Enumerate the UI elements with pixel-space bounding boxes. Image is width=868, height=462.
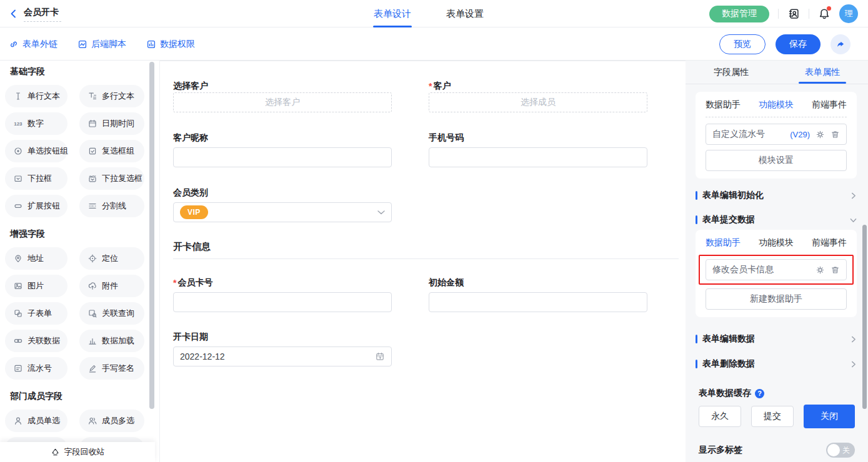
avatar[interactable]: 理 bbox=[839, 4, 858, 23]
sidebar-item-number[interactable]: 123数字 bbox=[5, 112, 67, 135]
chevron-right-icon bbox=[850, 336, 857, 343]
save-button[interactable]: 保存 bbox=[776, 34, 821, 54]
tab-form-properties[interactable]: 表单属性 bbox=[777, 61, 868, 84]
member-single-icon bbox=[13, 416, 23, 426]
notification-bell-icon[interactable] bbox=[818, 7, 831, 20]
sidebar-item-address[interactable]: 地址 bbox=[5, 247, 67, 270]
sidebar-item-attachment[interactable]: 附件 bbox=[79, 275, 144, 297]
sidebar-item-linked-data[interactable]: 关联数据 bbox=[5, 330, 67, 352]
section-form-submit-data[interactable]: 表单提交数据 bbox=[696, 214, 857, 226]
member-card-number-input[interactable] bbox=[173, 292, 392, 312]
extend-icon bbox=[13, 201, 23, 211]
sidebar-item-serial-number[interactable]: 流水号 bbox=[5, 357, 67, 380]
subtab-data-helper[interactable]: 数据助手 bbox=[706, 99, 741, 111]
gear-icon[interactable] bbox=[816, 265, 825, 275]
subtab-frontend-event[interactable]: 前端事件 bbox=[812, 237, 847, 248]
sidebar-item-member-multi[interactable]: 成员多选 bbox=[79, 410, 144, 432]
address-book-icon[interactable] bbox=[787, 7, 800, 20]
data-helper-item-modify-card[interactable]: 修改会员卡信息 bbox=[706, 259, 847, 280]
cache-option-permanent[interactable]: 永久 bbox=[699, 406, 741, 427]
field-recycle-bin-button[interactable]: 字段回收站 bbox=[0, 442, 155, 462]
select-member-button[interactable]: 选择成员 bbox=[429, 92, 647, 112]
help-icon[interactable]: ? bbox=[755, 389, 764, 398]
sidebar-section-title: 增强字段 bbox=[10, 229, 159, 240]
cache-option-close[interactable]: 关闭 bbox=[804, 405, 855, 428]
form-external-link-button[interactable]: 表单外链 bbox=[9, 39, 57, 50]
attachment-icon bbox=[87, 281, 97, 291]
divider bbox=[809, 9, 809, 19]
sidebar-scrollbar[interactable] bbox=[149, 62, 154, 409]
form-data-cache-label: 表单数据缓存 ? bbox=[699, 388, 764, 399]
sidebar-item-divider-line[interactable]: 分割线 bbox=[79, 195, 144, 217]
tab-form-design[interactable]: 表单设计 bbox=[365, 0, 420, 27]
sidebar-item-select[interactable]: 下拉框 bbox=[5, 167, 67, 190]
sidebar-item-signature[interactable]: 手写签名 bbox=[79, 357, 144, 380]
sidebar-item-linked-query[interactable]: 关联查询 bbox=[79, 302, 144, 325]
share-button[interactable] bbox=[831, 34, 851, 54]
trash-icon[interactable] bbox=[831, 265, 840, 275]
tab-form-settings[interactable]: 表单设置 bbox=[437, 0, 492, 27]
trash-icon[interactable] bbox=[831, 130, 840, 139]
image-icon bbox=[13, 281, 23, 291]
sidebar-item-single-line-text[interactable]: 单行文本 bbox=[5, 85, 67, 107]
page-title[interactable]: 会员开卡 bbox=[24, 6, 61, 22]
cache-option-submit[interactable]: 提交 bbox=[751, 406, 794, 427]
dashed-divider bbox=[706, 117, 847, 117]
select-customer-button[interactable]: 选择客户 bbox=[173, 92, 392, 112]
calendar-icon bbox=[375, 351, 385, 361]
field-label: *会员卡号 bbox=[173, 277, 392, 289]
subtab-data-helper[interactable]: 数据助手 bbox=[706, 237, 741, 248]
sidebar-item-multi-line-text[interactable]: 多行文本 bbox=[79, 85, 144, 107]
text-single-icon bbox=[13, 91, 23, 101]
window-scrollbar[interactable] bbox=[862, 225, 867, 409]
version-badge: (V29) bbox=[790, 130, 810, 139]
select-icon bbox=[13, 174, 23, 184]
chevron-down-icon bbox=[377, 210, 385, 215]
sidebar-item-location[interactable]: 定位 bbox=[79, 247, 144, 270]
member-type-select[interactable]: VIP bbox=[173, 202, 392, 222]
multi-tab-label: 显示多标签 bbox=[699, 445, 742, 456]
multi-tab-toggle[interactable]: 关 bbox=[826, 443, 855, 458]
vip-tag: VIP bbox=[180, 205, 208, 219]
data-permission-button[interactable]: 数据权限 bbox=[146, 39, 195, 50]
gear-icon[interactable] bbox=[816, 130, 825, 139]
subform-icon bbox=[13, 308, 23, 318]
module-item-serial-number[interactable]: 自定义流水号 (V29) bbox=[706, 124, 847, 145]
sidebar-item-radio-group[interactable]: 单选按钮组 bbox=[5, 140, 67, 162]
sidebar-item-datetime[interactable]: 日期时间 bbox=[79, 112, 144, 135]
sidebar-item-subform[interactable]: 子表单 bbox=[5, 302, 67, 325]
sidebar-item-checkbox-group[interactable]: 复选框组 bbox=[79, 140, 144, 162]
form-toolbar: 表单外链 后端脚本 数据权限 预览 保存 bbox=[0, 27, 868, 61]
sidebar-item-image[interactable]: 图片 bbox=[5, 275, 67, 297]
tab-field-properties[interactable]: 字段属性 bbox=[686, 61, 777, 84]
customer-nickname-input[interactable] bbox=[173, 147, 392, 167]
section-form-delete-data[interactable]: 表单删除数据 bbox=[696, 358, 857, 370]
sidebar-item-data-load[interactable]: 数据加载 bbox=[79, 330, 144, 352]
sidebar-item-extend-button[interactable]: 扩展按钮 bbox=[5, 195, 67, 217]
submit-data-card: 数据助手 功能模块 前端事件 修改会员卡信息 新建数据助手 bbox=[696, 230, 857, 317]
backend-script-button[interactable]: 后端脚本 bbox=[77, 39, 126, 50]
subtab-function-module[interactable]: 功能模块 bbox=[759, 99, 794, 111]
subtab-function-module[interactable]: 功能模块 bbox=[759, 237, 794, 248]
sidebar-item-member-single[interactable]: 成员单选 bbox=[5, 410, 67, 432]
checkbox-icon bbox=[87, 146, 97, 156]
subtab-frontend-event[interactable]: 前端事件 bbox=[812, 99, 847, 111]
data-manage-button[interactable]: 数据管理 bbox=[709, 6, 769, 22]
section-form-edit-data[interactable]: 表单编辑数据 bbox=[696, 333, 857, 345]
field-label: 手机号码 bbox=[429, 132, 647, 144]
sidebar-item-multi-select[interactable]: 下拉复选框 bbox=[79, 167, 144, 190]
section-form-edit-init[interactable]: 表单编辑初始化 bbox=[696, 189, 857, 202]
phone-number-input[interactable] bbox=[429, 147, 647, 167]
back-icon[interactable] bbox=[9, 9, 19, 19]
initial-amount-input[interactable] bbox=[429, 292, 647, 312]
preview-button[interactable]: 预览 bbox=[719, 34, 766, 54]
new-data-helper-button[interactable]: 新建数据助手 bbox=[706, 288, 847, 310]
cache-options: 永久 提交 关闭 bbox=[699, 405, 855, 428]
field-label: 初始金额 bbox=[429, 277, 647, 289]
card-open-date-input[interactable]: 2022-12-12 bbox=[173, 346, 392, 366]
field-label: 开卡日期 bbox=[173, 331, 392, 343]
app-header: 会员开卡 表单设计 表单设置 数据管理 理 bbox=[0, 0, 868, 27]
chevron-down-icon bbox=[850, 217, 857, 224]
datetime-icon bbox=[87, 119, 97, 129]
module-settings-button[interactable]: 模块设置 bbox=[706, 150, 847, 171]
